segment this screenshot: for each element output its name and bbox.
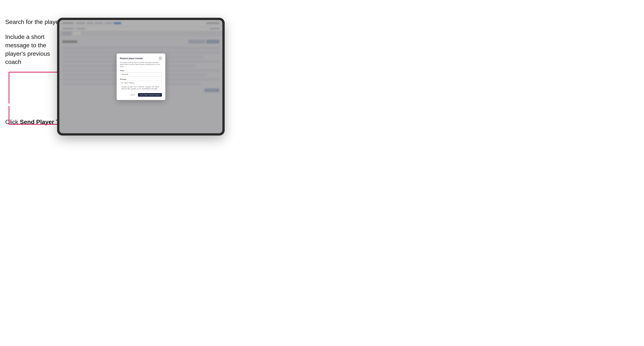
annotation-message: Include a short message to the player's … [5, 33, 56, 66]
modal-overlay: Request player transfer × If the player … [59, 20, 222, 133]
modal-header: Request player transfer × [120, 57, 162, 60]
message-textarea[interactable]: Hi Coach McHarg, Please accept this tran… [120, 81, 162, 90]
arrow-line-vertical-2 [8, 106, 9, 124]
player-input[interactable] [120, 72, 162, 76]
modal-actions: Cancel Send Player Transfer Request [120, 93, 162, 97]
request-transfer-modal: Request player transfer × If the player … [117, 53, 165, 100]
modal-title: Request player transfer [120, 57, 143, 59]
annotation-search: Search for the player. [5, 18, 62, 26]
modal-close-button[interactable]: × [159, 57, 162, 60]
player-field-label: Player [120, 70, 162, 71]
modal-description: If the player is transferring from anoth… [120, 62, 162, 68]
message-field-label: Message [120, 78, 162, 80]
cancel-button[interactable]: Cancel [129, 93, 136, 96]
tablet-screen: Request player transfer × If the player … [59, 20, 222, 133]
arrow-line-vertical-1 [8, 72, 9, 104]
tablet-device: Request player transfer × If the player … [57, 18, 225, 136]
send-transfer-request-button[interactable]: Send Player Transfer Request [138, 93, 162, 97]
